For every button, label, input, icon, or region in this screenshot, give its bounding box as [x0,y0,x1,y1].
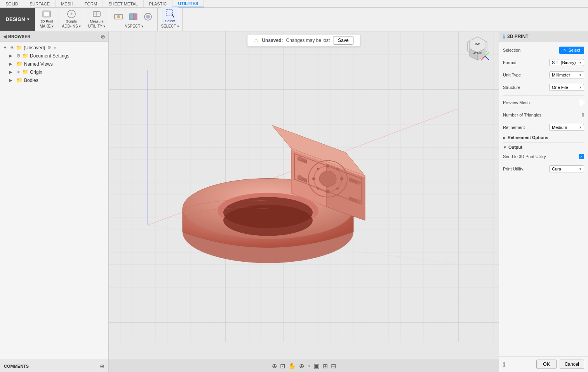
format-row: Format STL (Binary) ▾ [503,58,584,67]
tab-utilities[interactable]: UTILITIES [172,0,204,7]
select-dropdown[interactable]: SELECT ▾ [161,24,179,29]
tree-item-label: Document Settings [30,53,69,59]
chevron-right-icon: ▶ [9,70,15,74]
viewport-bottom-toolbar: ⊕ ⊡ ✋ ⊕ ⌖ ▣ ⊞ ⊟ [109,360,499,372]
browser-expand-icon[interactable]: ⊕ [101,33,105,40]
svg-point-38 [357,200,361,203]
root-collapse-icon: ▼ [3,45,9,50]
svg-rect-13 [166,10,172,16]
panel-header: ℹ 3D PRINT [499,31,588,42]
structure-row: Structure One File ▾ [503,83,584,92]
comments-expand-icon[interactable]: ⊕ [100,363,104,369]
gear-icon[interactable]: ⚙ [47,45,51,50]
viewport-snap-icon[interactable]: ⊕ [272,362,277,370]
utility-icon-button[interactable]: Measure [87,8,106,24]
svg-point-31 [317,168,319,170]
tree-item-named-views[interactable]: ▶ 📁 Named Views [0,60,108,68]
unit-type-dropdown[interactable]: Millimeter ▾ [549,71,584,78]
notification-bar: ⚠ Unsaved: Changes may be lost Save [247,34,360,47]
selection-select-button[interactable]: ↖ Select [559,47,584,54]
chevron-down-icon: ▾ [579,85,581,89]
design-button[interactable]: DESIGN ▾ [0,8,35,31]
tree-item-origin[interactable]: ▶ 👁 📁 Origin [0,68,108,76]
chevron-down-icon: ▾ [579,125,581,129]
chevron-right-icon: ▶ [9,62,15,66]
viewport-center-icon[interactable]: ⌖ [307,363,311,370]
inspect-icon2[interactable] [126,10,140,23]
send-to-utility-checkbox[interactable]: ✓ [579,154,584,159]
tab-surface[interactable]: SURFACE [24,0,56,7]
addins-icon-button[interactable]: + Scripts [64,8,79,24]
chevron-right-icon: ▶ [9,78,15,82]
chevron-right-icon: ▶ [9,54,15,58]
gear-icon: ⚙ [16,53,21,59]
viewport-zoom-icon[interactable]: ⊕ [299,362,304,370]
folder-icon: 📁 [22,69,28,75]
make-dropdown[interactable]: MAKE ▾ [40,24,54,29]
addins-dropdown[interactable]: ADD-INS ▾ [62,24,81,29]
viewport-grid-icon[interactable]: ⊡ [280,362,285,370]
tree-item-label: Origin [30,70,42,75]
chevron-down-icon: ▾ [27,17,29,21]
svg-line-46 [485,52,489,56]
eye-icon[interactable]: 👁 [10,45,14,50]
viewport-pan-icon[interactable]: ✋ [288,362,296,370]
print-utility-row: Print Utility Cura ▾ [503,164,584,174]
tab-plastic[interactable]: PLASTIC [144,0,173,7]
ring-3d-model [159,108,400,296]
svg-point-30 [340,177,343,181]
tree-item-bodies[interactable]: ▶ 📁 Bodies [0,76,108,84]
info-icon[interactable]: ℹ [503,361,505,368]
print-utility-dropdown[interactable]: Cura ▾ [549,165,584,172]
svg-point-36 [357,181,361,185]
tab-solid[interactable]: SOLID [0,0,24,7]
tree-item-doc-settings[interactable]: ▶ ⚙ 📁 Document Settings [0,52,108,60]
tab-form[interactable]: FORM [79,0,103,7]
divider-1 [503,95,584,96]
viewport-view1-icon[interactable]: ▣ [314,362,320,370]
make-icon-button[interactable]: 3D Print [38,8,56,24]
cancel-button[interactable]: Cancel [560,360,584,369]
refinement-options-toggle[interactable]: ▶ Refinement Options [503,135,584,140]
tree-item-label: (Unsaved) [24,45,45,50]
utility-dropdown[interactable]: UTILITY ▾ [88,24,106,29]
browser-back-icon[interactable]: ◀ [3,34,7,39]
svg-point-32 [336,168,339,170]
svg-rect-10 [133,14,137,20]
tree-item-label: Named Views [24,61,53,67]
select-icon[interactable]: Select [162,7,178,24]
inspect-icon3[interactable] [141,10,155,23]
svg-text:TOP: TOP [475,42,480,45]
axis-cube[interactable]: TOP FRONT LEFT [464,35,491,62]
cursor-icon: ↖ [563,48,567,53]
comments-bar[interactable]: COMMENTS ⊕ [0,360,108,372]
svg-point-37 [298,175,302,179]
svg-point-33 [317,188,319,190]
tree-item-root[interactable]: ▼ 👁 📁 (Unsaved) ⚙ ● [0,43,108,52]
svg-point-35 [298,156,302,160]
divider-2 [503,142,584,143]
folder-icon: 📁 [16,61,23,67]
output-section-toggle[interactable]: ▼ Output [503,145,584,149]
unit-type-row: Unit Type Millimeter ▾ [503,70,584,80]
warning-icon: ⚠ [254,37,259,43]
ok-button[interactable]: OK [536,360,556,369]
inspect-dropdown[interactable]: INSPECT ▾ [124,24,143,29]
save-button[interactable]: Save [333,36,353,45]
preview-mesh-checkbox[interactable] [579,100,584,105]
chevron-down-icon: ▾ [579,73,581,77]
tab-sheet-metal[interactable]: SHEET METAL [103,0,143,7]
chevron-down-icon: ▾ [579,167,581,171]
viewport-view2-icon[interactable]: ⊞ [323,362,328,370]
viewport-view3-icon[interactable]: ⊟ [331,362,336,370]
inspect-icon1[interactable] [111,10,125,23]
refinement-dropdown[interactable]: Medium ▾ [549,124,584,131]
eye-icon[interactable]: 👁 [16,70,21,75]
structure-dropdown[interactable]: One File ▾ [549,84,584,91]
tab-mesh[interactable]: MESH [56,0,79,7]
preview-mesh-row: Preview Mesh [503,98,584,107]
format-dropdown[interactable]: STL (Binary) ▾ [549,59,584,66]
refinement-row: Refinement Medium ▾ [503,123,584,132]
tree-item-label: Bodies [24,78,38,83]
svg-point-8 [117,15,120,18]
